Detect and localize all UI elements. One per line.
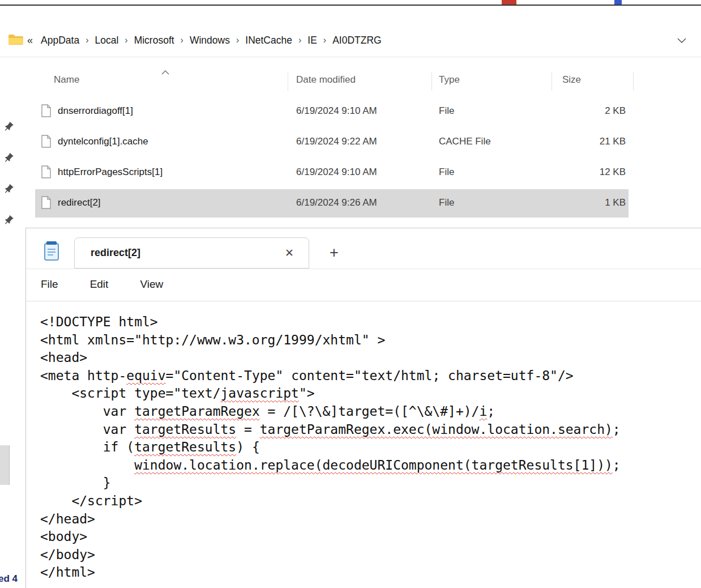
file-icon bbox=[41, 135, 52, 151]
file-icon bbox=[41, 104, 52, 120]
code-line: <head> bbox=[40, 349, 701, 367]
table-row[interactable]: dnserrordiagoff[1]6/19/2024 9:10 AMFile2… bbox=[0, 96, 701, 127]
file-date-modified: 6/19/2024 9:22 AM bbox=[296, 136, 377, 147]
table-row[interactable]: dyntelconfig[1].cache6/19/2024 9:22 AMCA… bbox=[0, 127, 701, 157]
file-name: httpErrorPagesScripts[1] bbox=[58, 167, 163, 178]
code-line: <body> bbox=[40, 528, 701, 546]
menu-edit[interactable]: Edit bbox=[88, 276, 122, 293]
pin-icon bbox=[3, 215, 14, 226]
column-header-name[interactable]: Name bbox=[54, 74, 79, 86]
folder-icon bbox=[8, 33, 24, 48]
scrollbar[interactable] bbox=[0, 445, 10, 485]
pin-icon bbox=[3, 152, 14, 164]
code-line: if (targetResults) { bbox=[40, 438, 701, 457]
tab-close-icon[interactable]: ✕ bbox=[281, 245, 297, 261]
notepad-window: redirect[2] ✕ + File Edit View <!DOCTYPE… bbox=[25, 228, 701, 588]
code-line: </script> bbox=[40, 492, 701, 510]
breadcrumb-separator-icon: › bbox=[293, 35, 306, 45]
file-type: File bbox=[439, 167, 454, 178]
breadcrumb-separator-icon: › bbox=[80, 35, 93, 45]
breadcrumb: «AppData›Local›Microsoft›Windows›INetCac… bbox=[27, 27, 667, 53]
breadcrumb-item[interactable]: AI0DTZRG bbox=[331, 33, 383, 48]
status-text-fragment: ed 4 bbox=[0, 573, 18, 585]
breadcrumb-prefix-icon: « bbox=[27, 35, 33, 46]
sort-ascending-icon bbox=[161, 67, 169, 77]
breadcrumb-separator-icon: › bbox=[119, 35, 132, 45]
file-date-modified: 6/19/2024 9:10 AM bbox=[296, 105, 377, 117]
file-icon bbox=[41, 196, 52, 212]
address-dropdown-chevron-icon[interactable] bbox=[677, 35, 686, 45]
background-window-fragment-blue bbox=[614, 0, 622, 5]
column-divider[interactable] bbox=[288, 72, 288, 91]
column-header-size[interactable]: Size bbox=[562, 74, 581, 86]
file-name: dyntelconfig[1].cache bbox=[58, 136, 148, 147]
menu-file[interactable]: File bbox=[39, 276, 72, 293]
code-line: </head> bbox=[40, 510, 701, 529]
menubar-divider bbox=[26, 301, 701, 301]
table-row[interactable]: httpErrorPagesScripts[1]6/19/2024 9:10 A… bbox=[0, 157, 701, 188]
file-name: redirect[2] bbox=[58, 197, 101, 208]
file-list: dnserrordiagoff[1]6/19/2024 9:10 AMFile2… bbox=[0, 96, 701, 219]
breadcrumb-item[interactable]: Microsoft bbox=[133, 33, 176, 48]
column-divider[interactable] bbox=[431, 72, 432, 91]
breadcrumb-separator-icon: › bbox=[231, 35, 244, 45]
table-row[interactable]: redirect[2]6/19/2024 9:26 AMFile1 KB bbox=[0, 188, 701, 219]
tab-title: redirect[2] bbox=[91, 247, 281, 259]
column-divider[interactable] bbox=[633, 72, 634, 91]
code-line: </html> bbox=[40, 564, 701, 582]
pin-icon bbox=[3, 121, 14, 133]
breadcrumb-item[interactable]: Windows bbox=[189, 33, 231, 48]
pin-icon bbox=[3, 184, 14, 195]
menu-view[interactable]: View bbox=[138, 276, 177, 293]
column-header-type[interactable]: Type bbox=[439, 74, 460, 86]
breadcrumb-item[interactable]: AppData bbox=[40, 33, 80, 48]
file-date-modified: 6/19/2024 9:10 AM bbox=[296, 167, 377, 178]
code-line: } bbox=[40, 474, 701, 492]
file-size: 21 KB bbox=[552, 136, 626, 147]
breadcrumb-item[interactable]: INetCache bbox=[244, 33, 293, 48]
column-divider[interactable] bbox=[552, 72, 552, 91]
code-line: <meta http-equiv="Content-Type" content=… bbox=[40, 367, 701, 385]
background-window-fragment-red bbox=[502, 0, 516, 5]
file-size: 2 KB bbox=[552, 105, 626, 117]
breadcrumb-item[interactable]: IE bbox=[306, 33, 318, 48]
file-date-modified: 6/19/2024 9:26 AM bbox=[296, 197, 377, 208]
file-type: File bbox=[439, 105, 454, 117]
code-line: <script type="text/javascript"> bbox=[40, 385, 701, 403]
code-line: <!DOCTYPE html> bbox=[40, 313, 701, 331]
code-line: var targetParamRegex = /[\?\&]target=([^… bbox=[40, 403, 701, 421]
code-line: </body> bbox=[40, 546, 701, 564]
background-window-edge bbox=[0, 5, 701, 6]
code-line: window.location.replace(decodeURICompone… bbox=[40, 457, 701, 475]
breadcrumb-separator-icon: › bbox=[176, 35, 189, 45]
code-line: <html xmlns="http://www.w3.org/1999/xhtm… bbox=[40, 331, 701, 350]
tab-redirect[interactable]: redirect[2] ✕ bbox=[74, 237, 309, 269]
file-type: CACHE File bbox=[439, 136, 491, 147]
breadcrumb-item[interactable]: Local bbox=[93, 33, 119, 48]
notepad-icon bbox=[43, 241, 60, 263]
column-header-date-modified[interactable]: Date modified bbox=[296, 74, 356, 86]
file-size: 12 KB bbox=[552, 167, 626, 178]
file-type: File bbox=[439, 197, 454, 208]
new-tab-button[interactable]: + bbox=[325, 244, 343, 262]
breadcrumb-separator-icon: › bbox=[318, 35, 331, 45]
code-line: var targetResults = targetParamRegex.exe… bbox=[40, 421, 701, 439]
code-editor[interactable]: <!DOCTYPE html><html xmlns="http://www.w… bbox=[40, 313, 701, 582]
file-icon bbox=[41, 165, 52, 181]
file-name: dnserrordiagoff[1] bbox=[58, 105, 133, 117]
address-separator bbox=[0, 57, 701, 57]
menu-bar: File Edit View bbox=[39, 276, 193, 293]
tabbar-divider bbox=[26, 269, 701, 269]
file-size: 1 KB bbox=[552, 197, 626, 208]
